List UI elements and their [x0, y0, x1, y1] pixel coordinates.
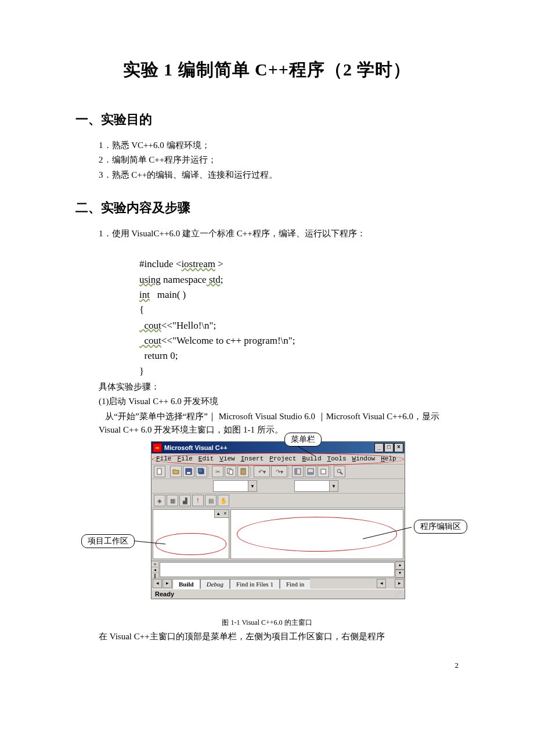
output-scroll-icon[interactable]: ‖	[151, 573, 158, 578]
callout-menubar: 菜单栏	[284, 433, 322, 447]
menubar[interactable]: File File Edit View Insert Project Build…	[151, 453, 405, 465]
vc6-window: ∞ Microsoft Visual C++ _ □ × File File E…	[151, 441, 405, 599]
code-line: cout<<"Welcome to c++ program!\n";	[139, 335, 295, 346]
callout-workspace: 项目工作区	[81, 534, 135, 548]
output-close-icon[interactable]: ×	[151, 561, 158, 567]
code-line: return 0;	[139, 350, 178, 361]
undo-icon[interactable]: ↶▾	[254, 466, 270, 477]
window-title: Microsoft Visual C++	[164, 444, 228, 451]
breakpoint-icon[interactable]: ✋	[218, 495, 229, 506]
scroll-down-icon[interactable]: ▾	[395, 570, 405, 578]
project-workspace-pane[interactable]: ▴×	[153, 509, 229, 559]
step-title: (1)启动 Visual C++ 6.0 开发环境	[99, 395, 459, 408]
menu-edit[interactable]: Edit	[196, 455, 216, 463]
scroll-up-icon[interactable]: ▴	[395, 561, 405, 570]
paste-icon[interactable]	[237, 466, 249, 477]
objective-item: 1．熟悉 VC++6.0 编程环境；	[99, 139, 459, 152]
tab-debug[interactable]: Debug	[200, 579, 230, 589]
menu-file[interactable]: File	[154, 455, 174, 463]
section-objectives-heading: 一、实验目的	[75, 111, 459, 128]
code-line: int main( )	[139, 289, 186, 300]
app-icon: ∞	[153, 443, 162, 452]
status-bar: Ready ⋰	[151, 589, 405, 599]
svg-rect-3	[157, 469, 161, 474]
copy-icon[interactable]	[225, 466, 236, 477]
workspace-icon[interactable]	[292, 466, 304, 477]
output-scroll-icon[interactable]: ◂	[151, 567, 158, 573]
svg-rect-9	[229, 470, 233, 474]
toolbar-build: ▼ ▼	[151, 479, 405, 494]
output-icon[interactable]	[305, 466, 316, 477]
redo-icon[interactable]: ↷▾	[271, 466, 287, 477]
annotation-ellipse-workspace	[156, 533, 226, 555]
objective-item: 3．熟悉 C++的编辑、编译、连接和运行过程。	[99, 168, 459, 182]
svg-rect-16	[321, 469, 326, 474]
step-body: 从“开始”菜单中选择“程序”｜ Microsoft Visual Studio …	[99, 410, 459, 437]
callout-editor: 程序编辑区	[414, 520, 467, 534]
build-icon[interactable]: ▦	[167, 495, 178, 506]
minimize-button[interactable]: _	[374, 443, 384, 452]
output-text-area[interactable]	[160, 562, 395, 577]
menu-project[interactable]: Project	[267, 455, 298, 463]
tab-build[interactable]: Build	[172, 579, 200, 589]
code-listing: #include <iostream > using namespace std…	[139, 242, 459, 379]
close-button[interactable]: ×	[394, 443, 403, 452]
go-icon[interactable]: ▤	[205, 495, 217, 506]
platform-dropdown[interactable]: ▼	[294, 480, 338, 492]
code-line: #include <iostream >	[139, 258, 223, 269]
compile-icon[interactable]: ◈	[154, 495, 165, 506]
svg-line-18	[340, 472, 342, 474]
menu-window[interactable]: Window	[350, 455, 378, 463]
steps-header: 具体实验步骤：	[99, 380, 459, 394]
code-line: {	[139, 304, 144, 315]
page-title: 实验 1 编制简单 C++程序（2 学时）	[75, 58, 459, 82]
maximize-button[interactable]: □	[384, 443, 394, 452]
execute-icon[interactable]: !	[192, 495, 204, 506]
window-list-icon[interactable]	[317, 466, 329, 477]
output-pane: × ◂ ‖ ▴ ▾ ◂ ▸ Build Debug Find in Files	[151, 560, 405, 589]
code-line: }	[139, 366, 144, 377]
objective-item: 2．编制简单 C++程序并运行；	[99, 153, 459, 167]
tab-find-in-files-2[interactable]: Find in	[280, 579, 310, 589]
annotation-ellipse-editor	[237, 517, 397, 552]
status-text: Ready	[155, 591, 174, 597]
figure-caption: 图 1-1 Visual C++6.0 的主窗口	[75, 618, 459, 628]
code-line: cout<<"Hello!\n";	[139, 320, 216, 331]
menu-help[interactable]: Help	[378, 455, 398, 463]
save-all-icon[interactable]	[196, 466, 207, 477]
menu-insert[interactable]: Insert	[239, 455, 266, 463]
svg-rect-15	[308, 472, 313, 474]
menu-build[interactable]: Build	[300, 455, 324, 463]
find-icon[interactable]	[334, 466, 345, 477]
workspace-tab-handle[interactable]: ▴×	[214, 510, 229, 518]
output-tabbar: ◂ ▸ Build Debug Find in Files 1 Find in …	[151, 578, 405, 589]
code-editor-pane[interactable]	[230, 509, 403, 559]
menu-file[interactable]: File	[175, 455, 194, 463]
hscroll-right-icon[interactable]: ▸	[395, 579, 404, 588]
menu-tools[interactable]: Tools	[325, 455, 349, 463]
stop-build-icon[interactable]: ▟	[179, 495, 191, 506]
page-number: 2	[75, 661, 459, 670]
resize-grip-icon[interactable]: ⋰	[395, 591, 401, 597]
task-description: 1．使用 VisualC++6.0 建立一个标准 C++程序，编译、运行以下程序…	[99, 227, 459, 240]
save-icon[interactable]	[183, 466, 194, 477]
tab-scroll-left-icon[interactable]: ◂	[153, 579, 162, 588]
figure-1-1: 菜单栏 项目工作区 程序编辑区 ∞ Microsoft Visual C++ _…	[151, 441, 406, 599]
svg-rect-13	[295, 469, 297, 474]
svg-rect-7	[198, 468, 203, 473]
toolbar-wizard: ◈ ▦ ▟ ! ▤ ✋	[151, 494, 405, 508]
svg-rect-11	[242, 468, 244, 470]
section-steps-heading: 二、实验内容及步骤	[75, 199, 459, 217]
window-titlebar[interactable]: ∞ Microsoft Visual C++ _ □ ×	[151, 442, 405, 453]
code-line: using namespace std;	[139, 274, 223, 285]
open-file-icon[interactable]	[170, 466, 182, 477]
tab-scroll-right-icon[interactable]: ▸	[163, 579, 172, 588]
cut-icon[interactable]: ✂	[212, 466, 223, 477]
objectives-list: 1．熟悉 VC++6.0 编程环境； 2．编制简单 C++程序并运行； 3．熟悉…	[99, 139, 459, 182]
menu-view[interactable]: View	[217, 455, 237, 463]
hscroll-left-icon[interactable]: ◂	[377, 579, 386, 588]
config-dropdown[interactable]: ▼	[213, 480, 257, 492]
tab-find-in-files[interactable]: Find in Files 1	[230, 579, 280, 589]
svg-rect-5	[187, 472, 190, 474]
new-file-icon[interactable]	[154, 466, 165, 477]
